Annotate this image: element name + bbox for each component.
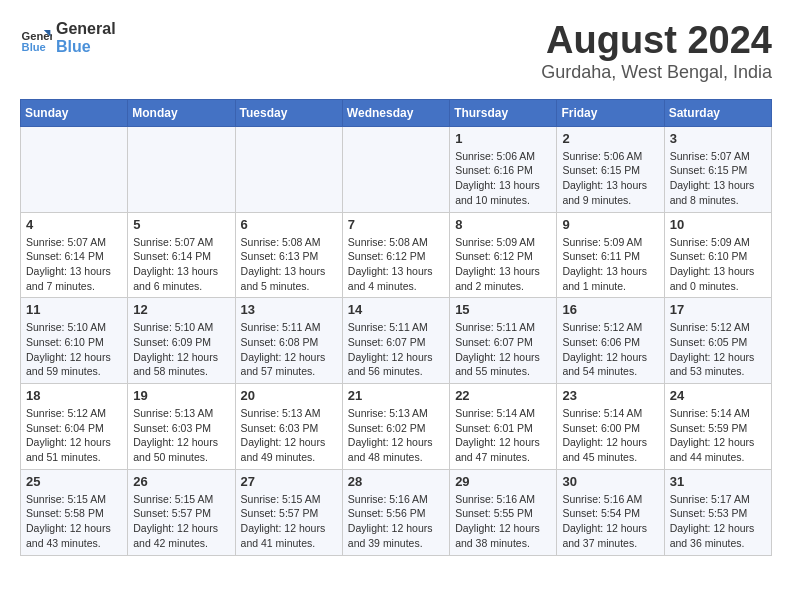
day-info: Sunrise: 5:11 AMSunset: 6:08 PMDaylight:… [241, 320, 337, 379]
logo-icon: General Blue [20, 22, 52, 54]
day-number: 28 [348, 474, 444, 489]
calendar-cell: 20Sunrise: 5:13 AMSunset: 6:03 PMDayligh… [235, 384, 342, 470]
day-number: 18 [26, 388, 122, 403]
day-info: Sunrise: 5:16 AMSunset: 5:55 PMDaylight:… [455, 492, 551, 551]
weekday-header: Thursday [450, 99, 557, 126]
calendar-header: SundayMondayTuesdayWednesdayThursdayFrid… [21, 99, 772, 126]
day-number: 14 [348, 302, 444, 317]
calendar-cell: 10Sunrise: 5:09 AMSunset: 6:10 PMDayligh… [664, 212, 771, 298]
day-number: 1 [455, 131, 551, 146]
day-info: Sunrise: 5:16 AMSunset: 5:54 PMDaylight:… [562, 492, 658, 551]
calendar-cell: 8Sunrise: 5:09 AMSunset: 6:12 PMDaylight… [450, 212, 557, 298]
day-info: Sunrise: 5:11 AMSunset: 6:07 PMDaylight:… [348, 320, 444, 379]
calendar-cell: 26Sunrise: 5:15 AMSunset: 5:57 PMDayligh… [128, 469, 235, 555]
day-number: 16 [562, 302, 658, 317]
weekday-header: Tuesday [235, 99, 342, 126]
calendar-cell: 28Sunrise: 5:16 AMSunset: 5:56 PMDayligh… [342, 469, 449, 555]
page-subtitle: Gurdaha, West Bengal, India [541, 62, 772, 83]
day-info: Sunrise: 5:12 AMSunset: 6:06 PMDaylight:… [562, 320, 658, 379]
calendar-week-row: 1Sunrise: 5:06 AMSunset: 6:16 PMDaylight… [21, 126, 772, 212]
day-info: Sunrise: 5:06 AMSunset: 6:15 PMDaylight:… [562, 149, 658, 208]
calendar-cell: 25Sunrise: 5:15 AMSunset: 5:58 PMDayligh… [21, 469, 128, 555]
logo-general: General [56, 20, 116, 38]
calendar-cell: 14Sunrise: 5:11 AMSunset: 6:07 PMDayligh… [342, 298, 449, 384]
calendar-cell: 7Sunrise: 5:08 AMSunset: 6:12 PMDaylight… [342, 212, 449, 298]
calendar-cell: 2Sunrise: 5:06 AMSunset: 6:15 PMDaylight… [557, 126, 664, 212]
calendar-cell [21, 126, 128, 212]
calendar-cell: 24Sunrise: 5:14 AMSunset: 5:59 PMDayligh… [664, 384, 771, 470]
calendar-cell: 19Sunrise: 5:13 AMSunset: 6:03 PMDayligh… [128, 384, 235, 470]
day-info: Sunrise: 5:12 AMSunset: 6:04 PMDaylight:… [26, 406, 122, 465]
day-info: Sunrise: 5:13 AMSunset: 6:02 PMDaylight:… [348, 406, 444, 465]
day-info: Sunrise: 5:09 AMSunset: 6:10 PMDaylight:… [670, 235, 766, 294]
calendar-week-row: 4Sunrise: 5:07 AMSunset: 6:14 PMDaylight… [21, 212, 772, 298]
calendar-cell: 17Sunrise: 5:12 AMSunset: 6:05 PMDayligh… [664, 298, 771, 384]
calendar-cell [342, 126, 449, 212]
day-number: 22 [455, 388, 551, 403]
calendar-table: SundayMondayTuesdayWednesdayThursdayFrid… [20, 99, 772, 556]
weekday-header: Friday [557, 99, 664, 126]
day-number: 24 [670, 388, 766, 403]
day-info: Sunrise: 5:16 AMSunset: 5:56 PMDaylight:… [348, 492, 444, 551]
day-number: 13 [241, 302, 337, 317]
calendar-week-row: 25Sunrise: 5:15 AMSunset: 5:58 PMDayligh… [21, 469, 772, 555]
title-block: August 2024 Gurdaha, West Bengal, India [541, 20, 772, 83]
day-info: Sunrise: 5:07 AMSunset: 6:15 PMDaylight:… [670, 149, 766, 208]
day-number: 20 [241, 388, 337, 403]
calendar-cell: 16Sunrise: 5:12 AMSunset: 6:06 PMDayligh… [557, 298, 664, 384]
weekday-header: Saturday [664, 99, 771, 126]
day-info: Sunrise: 5:10 AMSunset: 6:10 PMDaylight:… [26, 320, 122, 379]
logo-blue: Blue [56, 38, 116, 56]
day-number: 2 [562, 131, 658, 146]
calendar-cell: 5Sunrise: 5:07 AMSunset: 6:14 PMDaylight… [128, 212, 235, 298]
day-info: Sunrise: 5:12 AMSunset: 6:05 PMDaylight:… [670, 320, 766, 379]
day-number: 11 [26, 302, 122, 317]
calendar-cell: 1Sunrise: 5:06 AMSunset: 6:16 PMDaylight… [450, 126, 557, 212]
day-info: Sunrise: 5:15 AMSunset: 5:58 PMDaylight:… [26, 492, 122, 551]
day-info: Sunrise: 5:15 AMSunset: 5:57 PMDaylight:… [133, 492, 229, 551]
weekday-header: Sunday [21, 99, 128, 126]
calendar-cell: 13Sunrise: 5:11 AMSunset: 6:08 PMDayligh… [235, 298, 342, 384]
day-info: Sunrise: 5:17 AMSunset: 5:53 PMDaylight:… [670, 492, 766, 551]
day-number: 8 [455, 217, 551, 232]
day-info: Sunrise: 5:13 AMSunset: 6:03 PMDaylight:… [133, 406, 229, 465]
day-number: 17 [670, 302, 766, 317]
calendar-cell: 21Sunrise: 5:13 AMSunset: 6:02 PMDayligh… [342, 384, 449, 470]
day-number: 23 [562, 388, 658, 403]
logo: General Blue General Blue [20, 20, 116, 55]
day-info: Sunrise: 5:09 AMSunset: 6:12 PMDaylight:… [455, 235, 551, 294]
day-info: Sunrise: 5:11 AMSunset: 6:07 PMDaylight:… [455, 320, 551, 379]
calendar-cell [235, 126, 342, 212]
day-info: Sunrise: 5:09 AMSunset: 6:11 PMDaylight:… [562, 235, 658, 294]
svg-text:Blue: Blue [22, 40, 46, 52]
calendar-cell: 6Sunrise: 5:08 AMSunset: 6:13 PMDaylight… [235, 212, 342, 298]
weekday-header: Wednesday [342, 99, 449, 126]
day-number: 10 [670, 217, 766, 232]
calendar-cell: 22Sunrise: 5:14 AMSunset: 6:01 PMDayligh… [450, 384, 557, 470]
day-number: 21 [348, 388, 444, 403]
calendar-week-row: 18Sunrise: 5:12 AMSunset: 6:04 PMDayligh… [21, 384, 772, 470]
page-title: August 2024 [541, 20, 772, 62]
calendar-cell: 9Sunrise: 5:09 AMSunset: 6:11 PMDaylight… [557, 212, 664, 298]
day-info: Sunrise: 5:14 AMSunset: 6:01 PMDaylight:… [455, 406, 551, 465]
day-info: Sunrise: 5:07 AMSunset: 6:14 PMDaylight:… [26, 235, 122, 294]
day-info: Sunrise: 5:07 AMSunset: 6:14 PMDaylight:… [133, 235, 229, 294]
day-number: 7 [348, 217, 444, 232]
calendar-body: 1Sunrise: 5:06 AMSunset: 6:16 PMDaylight… [21, 126, 772, 555]
day-info: Sunrise: 5:14 AMSunset: 5:59 PMDaylight:… [670, 406, 766, 465]
day-number: 9 [562, 217, 658, 232]
weekday-header: Monday [128, 99, 235, 126]
day-number: 6 [241, 217, 337, 232]
day-info: Sunrise: 5:10 AMSunset: 6:09 PMDaylight:… [133, 320, 229, 379]
header-row: SundayMondayTuesdayWednesdayThursdayFrid… [21, 99, 772, 126]
calendar-week-row: 11Sunrise: 5:10 AMSunset: 6:10 PMDayligh… [21, 298, 772, 384]
calendar-cell: 15Sunrise: 5:11 AMSunset: 6:07 PMDayligh… [450, 298, 557, 384]
day-number: 15 [455, 302, 551, 317]
day-number: 26 [133, 474, 229, 489]
calendar-cell: 12Sunrise: 5:10 AMSunset: 6:09 PMDayligh… [128, 298, 235, 384]
calendar-cell: 29Sunrise: 5:16 AMSunset: 5:55 PMDayligh… [450, 469, 557, 555]
day-info: Sunrise: 5:08 AMSunset: 6:12 PMDaylight:… [348, 235, 444, 294]
calendar-cell: 31Sunrise: 5:17 AMSunset: 5:53 PMDayligh… [664, 469, 771, 555]
day-info: Sunrise: 5:15 AMSunset: 5:57 PMDaylight:… [241, 492, 337, 551]
day-number: 30 [562, 474, 658, 489]
